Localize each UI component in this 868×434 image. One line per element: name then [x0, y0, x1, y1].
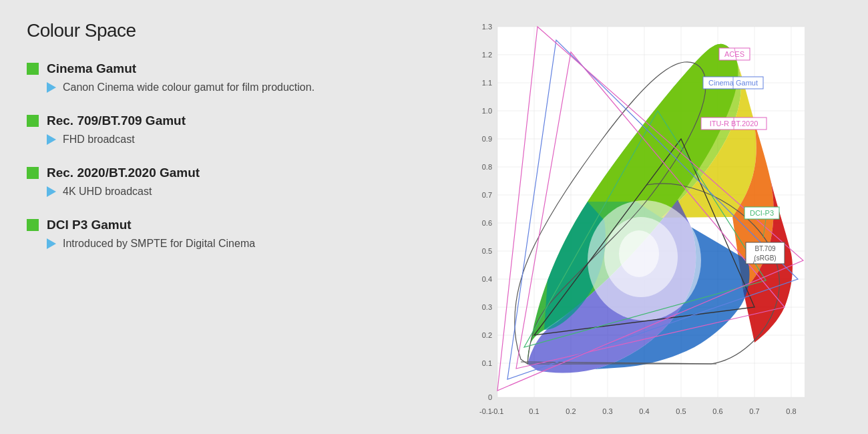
svg-text:DCI-P3: DCI-P3 — [750, 209, 774, 217]
green-square-rec709 — [27, 115, 39, 127]
svg-text:1.2: 1.2 — [482, 51, 492, 59]
green-square-dcip3 — [27, 219, 39, 231]
svg-text:0.9: 0.9 — [482, 135, 492, 143]
left-panel: Colour Space Cinema Gamut Canon Cinema w… — [0, 0, 414, 434]
svg-text:0: 0 — [488, 393, 492, 401]
chart-container: 1.3 1.2 1.1 1.0 0.9 0.8 0.7 0.6 0.5 0.4 … — [457, 13, 818, 414]
chromaticity-chart: 1.3 1.2 1.1 1.0 0.9 0.8 0.7 0.6 0.5 0.4 … — [457, 13, 818, 414]
svg-text:ACES: ACES — [724, 50, 744, 58]
gamut-name-cinema: Cinema Gamut — [47, 61, 136, 76]
svg-text:0.2: 0.2 — [482, 331, 492, 339]
svg-text:0.3: 0.3 — [602, 407, 612, 414]
svg-text:(sRGB): (sRGB) — [754, 254, 776, 262]
green-square-cinema — [27, 63, 39, 75]
svg-text:0.5: 0.5 — [482, 247, 492, 255]
gamut-desc-rec709: FHD broadcast — [27, 134, 387, 146]
svg-text:0.8: 0.8 — [482, 163, 492, 171]
svg-text:0.6: 0.6 — [482, 219, 492, 227]
gamut-list: Cinema Gamut Canon Cinema wide colour ga… — [27, 61, 387, 250]
gamut-desc-text-cinema: Canon Cinema wide colour gamut for film … — [63, 81, 314, 93]
svg-text:-0.1: -0.1 — [479, 407, 492, 414]
gamut-header-dcip3: DCI P3 Gamut — [27, 218, 387, 232]
gamut-header-rec2020: Rec. 2020/BT.2020 Gamut — [27, 166, 387, 180]
svg-text:0.6: 0.6 — [712, 407, 722, 414]
gamut-name-rec2020: Rec. 2020/BT.2020 Gamut — [47, 166, 200, 180]
svg-text:0.8: 0.8 — [786, 407, 796, 414]
gamut-header-cinema: Cinema Gamut — [27, 61, 387, 76]
play-arrow-cinema — [47, 82, 56, 93]
gamut-desc-cinema: Canon Cinema wide colour gamut for film … — [27, 81, 387, 93]
svg-text:1.1: 1.1 — [482, 79, 492, 87]
svg-text:0.7: 0.7 — [749, 407, 759, 414]
green-square-rec2020 — [27, 167, 39, 179]
gamut-desc-rec2020: 4K UHD broadcast — [27, 186, 387, 198]
svg-point-49 — [619, 230, 659, 277]
aces-label: ACES — [719, 48, 750, 60]
svg-text:0.1: 0.1 — [529, 407, 539, 414]
gamut-item-dcip3: DCI P3 Gamut Introduced by SMPTE for Dig… — [27, 218, 387, 250]
svg-text:0.7: 0.7 — [482, 191, 492, 199]
gamut-item-rec709: Rec. 709/BT.709 Gamut FHD broadcast — [27, 114, 387, 146]
x-axis-labels: -0.1 0.1 0.2 0.3 0.4 0.5 0.6 0.7 0.8 — [491, 407, 797, 414]
svg-text:0.4: 0.4 — [482, 275, 492, 283]
y-axis-labels: 1.3 1.2 1.1 1.0 0.9 0.8 0.7 0.6 0.5 0.4 … — [479, 23, 492, 414]
bt709-label: BT.709 (sRGB) — [746, 242, 785, 264]
svg-text:0.3: 0.3 — [482, 303, 492, 311]
gamut-desc-text-rec709: FHD broadcast — [63, 134, 135, 146]
svg-text:0.5: 0.5 — [676, 407, 686, 414]
gamut-header-rec709: Rec. 709/BT.709 Gamut — [27, 114, 387, 128]
svg-text:-0.1: -0.1 — [491, 407, 504, 414]
right-panel: 1.3 1.2 1.1 1.0 0.9 0.8 0.7 0.6 0.5 0.4 … — [414, 0, 868, 434]
svg-text:1.3: 1.3 — [482, 23, 492, 31]
play-arrow-dcip3 — [47, 238, 56, 249]
svg-text:BT.709: BT.709 — [754, 245, 776, 252]
svg-text:0.1: 0.1 — [482, 359, 492, 367]
gamut-desc-dcip3: Introduced by SMPTE for Digital Cinema — [27, 238, 387, 250]
svg-text:0.4: 0.4 — [639, 407, 649, 414]
svg-text:1.0: 1.0 — [482, 107, 492, 115]
gamut-desc-text-dcip3: Introduced by SMPTE for Digital Cinema — [63, 238, 255, 250]
page-title: Colour Space — [27, 20, 387, 41]
play-arrow-rec2020 — [47, 186, 56, 197]
gamut-item-rec2020: Rec. 2020/BT.2020 Gamut 4K UHD broadcast — [27, 166, 387, 198]
gamut-item-cinema: Cinema Gamut Canon Cinema wide colour ga… — [27, 61, 387, 93]
gamut-name-rec709: Rec. 709/BT.709 Gamut — [47, 114, 186, 128]
play-arrow-rec709 — [47, 134, 56, 145]
gamut-name-dcip3: DCI P3 Gamut — [47, 218, 132, 232]
svg-text:0.2: 0.2 — [566, 407, 576, 414]
gamut-desc-text-rec2020: 4K UHD broadcast — [63, 186, 152, 198]
